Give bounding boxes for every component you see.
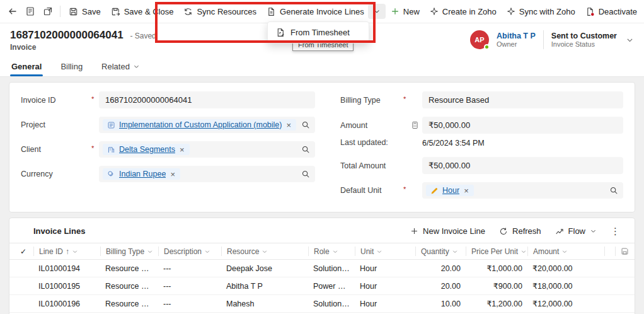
column-label: Billing Type: [106, 247, 144, 256]
default-unit-label: Default Unit: [340, 186, 403, 195]
column-chevron-icon: [520, 248, 527, 255]
column-label: Price Per Unit: [471, 247, 518, 256]
cell-line-id: IL01000194: [33, 264, 100, 273]
tab-related[interactable]: Related: [100, 58, 141, 76]
pencil-icon: [430, 187, 439, 195]
amount-label: Amount: [340, 121, 403, 130]
client-remove-icon[interactable]: ×: [179, 146, 185, 154]
column-header-line-id[interactable]: Line ID ↑: [33, 247, 100, 256]
generate-invoice-lines-button[interactable]: Generate Invoice Lines: [262, 4, 369, 20]
column-header-save-state: [615, 247, 635, 256]
form-switcher-button[interactable]: [21, 3, 39, 20]
tab-billing-label: Billing: [60, 62, 83, 71]
zoho-sync-icon: [507, 7, 515, 16]
sync-with-zoho-button[interactable]: Sync with Zoho: [502, 4, 580, 20]
client-value-pill: Delta Segments ×: [103, 144, 190, 155]
column-header-unit[interactable]: Unit: [355, 247, 415, 256]
project-lookup-field[interactable]: Implementation of Custom Application (mo…: [99, 117, 315, 133]
client-link[interactable]: Delta Segments: [119, 145, 175, 154]
last-updated-value: 6/5/2024 3:54 PM: [422, 139, 485, 148]
client-lookup-field[interactable]: Delta Segments ×: [99, 141, 315, 158]
required-indicator: *: [91, 95, 96, 103]
last-updated-row: Last updated: * 6/5/2024 3:54 PM: [340, 136, 623, 149]
save-status-text: - Saved: [130, 32, 156, 40]
generate-invoice-lines-dropdown: From Timesheet: [267, 21, 369, 44]
back-button[interactable]: [4, 3, 21, 20]
cell-role: Solution Archi...: [308, 299, 355, 308]
column-header-quantity[interactable]: Quantity: [415, 247, 466, 256]
column-header-description[interactable]: Description: [158, 247, 221, 256]
currency-link[interactable]: Indian Rupee: [119, 170, 166, 178]
command-bar: Save Save & Close Sync Resources Generat…: [0, 0, 644, 23]
project-record-icon: [107, 121, 115, 129]
amount-input[interactable]: ₹50,000.00: [422, 117, 623, 134]
column-chevron-icon: [147, 248, 153, 255]
invoice-lines-title: Invoice Lines: [33, 226, 85, 236]
billing-type-field-row: Billing Type * Resource Based: [340, 91, 623, 108]
cell-quantity: 10.00: [415, 299, 466, 308]
tab-billing[interactable]: Billing: [59, 58, 84, 76]
project-link[interactable]: Implementation of Custom Application (mo…: [119, 120, 282, 129]
project-search-icon[interactable]: [301, 120, 310, 129]
generate-invoice-lines-split-chevron[interactable]: [368, 4, 386, 19]
invoice-lines-section: Invoice Lines New Invoice Line Refresh F…: [9, 218, 635, 314]
cell-description: ---: [158, 299, 221, 308]
column-header-role[interactable]: Role: [308, 247, 355, 256]
select-all-checkmark-icon[interactable]: ✓: [9, 247, 33, 256]
related-chevron-icon: [133, 63, 140, 70]
column-header-billing-type[interactable]: Billing Type: [100, 247, 158, 256]
cell-billing-type: Resource Based: [100, 264, 158, 273]
form-tabs: General Billing Related: [10, 58, 634, 76]
billing-type-input[interactable]: Resource Based: [422, 91, 623, 108]
project-remove-icon[interactable]: ×: [285, 121, 292, 129]
form-left-column: Invoice ID * 1687102000000064041 Project…: [21, 91, 315, 207]
invoice-id-input[interactable]: 1687102000000064041: [99, 91, 315, 108]
column-header-price-per-unit[interactable]: Price Per Unit: [466, 247, 527, 256]
invoice-line-row[interactable]: IL01000195 Resource Based --- Abitha T P…: [9, 277, 635, 295]
currency-lookup-field[interactable]: Indian Rupee ×: [99, 166, 315, 182]
default-unit-link[interactable]: Hour: [442, 186, 459, 195]
grid-refresh-button[interactable]: Refresh: [493, 224, 547, 238]
cell-unit: Hour: [355, 299, 415, 308]
invoice-line-row[interactable]: IL01000194 Resource Based --- Deepak Jos…: [9, 260, 635, 277]
total-amount-input[interactable]: ₹50,000.00: [422, 157, 623, 174]
flow-button[interactable]: Flow: [549, 224, 602, 238]
currency-remove-icon[interactable]: ×: [170, 170, 176, 178]
client-search-icon[interactable]: [301, 145, 310, 154]
owner-role-label: Owner: [497, 40, 536, 48]
owner-name-link[interactable]: Abitha T P: [497, 32, 536, 40]
column-header-amount[interactable]: Amount: [527, 247, 604, 256]
create-in-zoho-label: Create in Zoho: [442, 7, 497, 16]
create-in-zoho-button[interactable]: Create in Zoho: [425, 4, 502, 20]
save-and-close-button[interactable]: Save & Close: [106, 4, 179, 20]
cell-billing-type: Resource Based: [100, 282, 158, 291]
new-button[interactable]: New: [386, 4, 425, 20]
default-unit-lookup-field[interactable]: Hour ×: [422, 182, 623, 199]
column-label: Unit: [360, 247, 374, 256]
cell-description: ---: [158, 282, 221, 291]
from-timesheet-menu-item[interactable]: From Timesheet: [270, 24, 367, 41]
invoice-line-row[interactable]: IL01000196 Resource Based --- Mahesh Sol…: [9, 295, 635, 313]
currency-search-icon[interactable]: [301, 170, 310, 178]
currency-coins-icon: [107, 170, 115, 178]
column-label: Amount: [533, 247, 559, 256]
column-header-resource[interactable]: Resource: [221, 247, 308, 256]
default-unit-value-pill: Hour ×: [426, 185, 474, 196]
new-invoice-line-button[interactable]: New Invoice Line: [405, 224, 491, 238]
default-unit-search-icon[interactable]: [609, 186, 618, 195]
save-button[interactable]: Save: [64, 4, 106, 20]
invoice-status-selector[interactable]: Sent to Customer Invoice Status: [551, 32, 634, 48]
popout-icon: [43, 6, 53, 16]
column-chevron-icon: [262, 248, 268, 255]
header-divider: [543, 30, 544, 49]
tab-general[interactable]: General: [10, 58, 43, 76]
grid-more-button[interactable]: ⋮: [605, 224, 626, 238]
cell-price-per-unit: ₹900.00: [466, 281, 527, 291]
popout-button[interactable]: [39, 3, 57, 20]
generate-invoice-lines-label: Generate Invoice Lines: [280, 7, 364, 16]
required-indicator: *: [91, 144, 96, 152]
deactivate-button[interactable]: Deactivate: [580, 4, 642, 20]
sync-resources-button[interactable]: Sync Resources: [178, 4, 262, 20]
default-unit-remove-icon[interactable]: ×: [463, 187, 469, 195]
cell-quantity: 20.00: [415, 264, 466, 273]
